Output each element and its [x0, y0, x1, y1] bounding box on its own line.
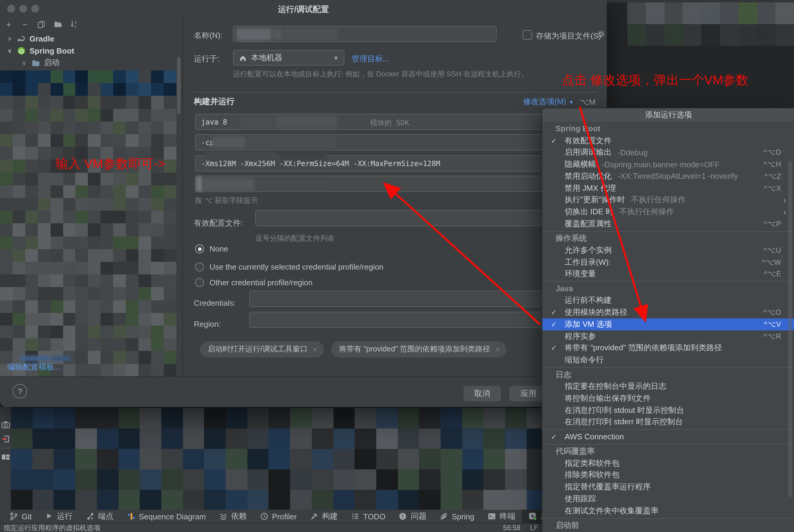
remove-icon[interactable]: − [20, 20, 30, 28]
menu-item-隐藏横幅[interactable]: 隐藏横幅-Dspring.main.banner-mode=OFF^⌥H [542, 158, 794, 171]
menu-item-指定要在控制台中显示的日志[interactable]: 指定要在控制台中显示的日志 [542, 381, 794, 393]
censored-block [113, 71, 126, 84]
menu-item-shortcut: ^⌥O [763, 308, 790, 317]
credentials-input[interactable] [249, 291, 593, 307]
censored-block [183, 490, 205, 511]
chevron-down-icon[interactable]: ∨ [20, 59, 28, 66]
censored-block [118, 429, 140, 449]
menu-item-禁用启动优化[interactable]: 禁用启动优化-XX:TieredStopAtLevel=1 -noverify^… [542, 170, 794, 182]
toolbar-item-Spring[interactable]: Spring [433, 510, 481, 523]
terminal-icon [488, 512, 496, 520]
censored-block [226, 490, 248, 511]
menu-item-label: 排除类和软件包 [565, 470, 620, 480]
toolbar-item-依赖[interactable]: 依赖 [212, 510, 253, 523]
censored-block [126, 249, 139, 262]
menu-item-环境变量[interactable]: 环境变量^⌥E [542, 268, 794, 280]
tree-item-启动[interactable]: ∨启动 [0, 57, 183, 69]
sort-alphabetically-icon[interactable]: az [69, 20, 78, 28]
menu-item-添加 VM 选项[interactable]: ✓添加 VM 选项^⌥V [542, 318, 794, 330]
menu-item-运行前不构建[interactable]: 运行前不构建 [542, 294, 794, 307]
modify-options-control[interactable]: 修改选项(M) ▼ ⌥M [523, 96, 596, 107]
censored-block [204, 429, 226, 449]
censored-block [398, 408, 420, 429]
censored-block [63, 185, 76, 198]
censored-block [126, 326, 139, 339]
menu-item-排除类和软件包[interactable]: 排除类和软件包 [542, 469, 794, 481]
tree-item-Spring Boot[interactable]: ∨Spring Boot [0, 44, 183, 57]
menu-item-指定替代覆盖率运行程序[interactable]: 指定替代覆盖率运行程序 [542, 481, 794, 493]
menu-item-覆盖配置属性[interactable]: 覆盖配置属性^⌥P [542, 218, 794, 230]
toolbar-item-Profiler[interactable]: Profiler [253, 510, 303, 523]
credentials-label: Credentials: [194, 299, 236, 307]
store-as-project-file-checkbox[interactable] [523, 30, 532, 40]
edit-templates-link[interactable]: 编辑配置模板... [7, 362, 61, 373]
censored-block [76, 224, 89, 237]
menu-item-启用调试输出[interactable]: 启用调试输出-Ddebug^⌥D [542, 147, 794, 158]
menu-item-程序实参[interactable]: 程序实参^⌥R [542, 330, 794, 342]
enter-window-icon[interactable] [1, 435, 10, 443]
censored-block [126, 274, 139, 288]
censored-block [13, 224, 25, 237]
line-ending[interactable]: LF [530, 524, 538, 531]
manage-targets-link[interactable]: 管理目标... [352, 54, 390, 64]
toolbar-item-运行[interactable]: 运行 [38, 510, 79, 523]
layout-windows-icon[interactable] [1, 453, 10, 461]
censored-block [138, 338, 151, 352]
censored-block [419, 470, 441, 490]
close-icon[interactable]: × [313, 345, 317, 354]
menu-item-执行"更新"操作时[interactable]: 执行"更新"操作时不执行任何操作› [542, 194, 794, 206]
censored-block [126, 185, 139, 198]
menu-item-AWS Connection[interactable]: ✓AWS Connection [542, 431, 794, 443]
menu-item-使用模块的类路径[interactable]: ✓使用模块的类路径^⌥O [542, 307, 794, 319]
menu-scrollbar[interactable] [788, 161, 792, 497]
toolbar-item-Sequence Diagram[interactable]: Sequence Diagram [120, 510, 212, 523]
run-on-combo[interactable]: 本地机器 ▼ [233, 50, 344, 65]
gear-icon[interactable] [597, 30, 606, 39]
toolbar-item-TODO[interactable]: TODO [344, 510, 392, 523]
chevron-down-icon[interactable]: ∨ [6, 47, 13, 54]
region-input[interactable] [249, 312, 593, 328]
menu-item-切换出 IDE 时[interactable]: 切换出 IDE 时不执行任何操作› [542, 206, 794, 218]
help-button[interactable]: ? [13, 384, 27, 398]
menu-item-在消息打印到 stderr 时显示控制台[interactable]: 在消息打印到 stderr 时显示控制台 [542, 416, 794, 428]
toolbar-item-端点[interactable]: 端点 [79, 510, 120, 523]
radio-credential-1[interactable] [195, 262, 204, 271]
tree-scrollbar[interactable] [177, 57, 181, 114]
menu-item-使用跟踪[interactable]: 使用跟踪 [542, 493, 794, 505]
menu-item-禁用 JMX 代理[interactable]: 禁用 JMX 代理^⌥X [542, 182, 794, 194]
censored-block [76, 351, 89, 364]
camera-icon[interactable] [1, 420, 10, 429]
toolbar-item-问题[interactable]: 问题 [392, 510, 433, 523]
new-folder-icon[interactable] [53, 20, 62, 28]
menu-item-在测试文件夹中收集覆盖率[interactable]: 在测试文件夹中收集覆盖率 [542, 505, 794, 517]
tree-item-Gradle[interactable]: >Gradle [0, 33, 183, 44]
radio-label: Other credential profile/region [209, 278, 313, 287]
menu-item-允许多个实例[interactable]: 允许多个实例^⌥U [542, 244, 794, 256]
menu-item-指定类和软件包[interactable]: 指定类和软件包 [542, 457, 794, 470]
censored-block [151, 121, 164, 135]
chevron-right-icon[interactable]: > [6, 35, 13, 42]
toolbar-item-构建[interactable]: 构建 [303, 510, 344, 523]
menu-item-在消息打印到 stdout 时显示控制台[interactable]: 在消息打印到 stdout 时显示控制台 [542, 404, 794, 416]
toolbar-item-Git[interactable]: Git [3, 510, 38, 523]
toolbar-item-label: 依赖 [231, 511, 247, 522]
copy-icon[interactable] [37, 20, 46, 28]
menu-item-将控制台输出保存到文件[interactable]: 将控制台输出保存到文件 [542, 392, 794, 404]
toolbar-item-终端[interactable]: 终端 [481, 510, 522, 523]
cancel-button[interactable]: 取消 [464, 386, 501, 401]
caret-position[interactable]: 56:58 [503, 524, 521, 531]
censored-block [290, 490, 312, 511]
radio-none[interactable] [195, 244, 204, 253]
menu-item-将带有 "provided" 范围的依赖项添加到类路径[interactable]: ✓将带有 "provided" 范围的依赖项添加到类路径 [542, 342, 794, 354]
menu-item-工作目录(W):[interactable]: 工作目录(W):^⌥W [542, 256, 794, 268]
option-tag[interactable]: 将带有 "provided" 范围的依赖项添加到类路径× [331, 341, 507, 358]
radio-credential-2[interactable] [195, 278, 204, 287]
spring-icon [440, 512, 448, 520]
option-tag[interactable]: 启动时打开运行/调试工具窗口× [200, 341, 324, 358]
menu-item-缩短命令行[interactable]: 缩短命令行 [542, 354, 794, 366]
add-icon[interactable]: + [4, 20, 13, 28]
menu-item-有效配置文件[interactable]: ✓有效配置文件 [542, 135, 794, 147]
censored-block [50, 300, 63, 313]
close-icon[interactable]: × [496, 345, 500, 354]
censored-block [25, 121, 38, 135]
